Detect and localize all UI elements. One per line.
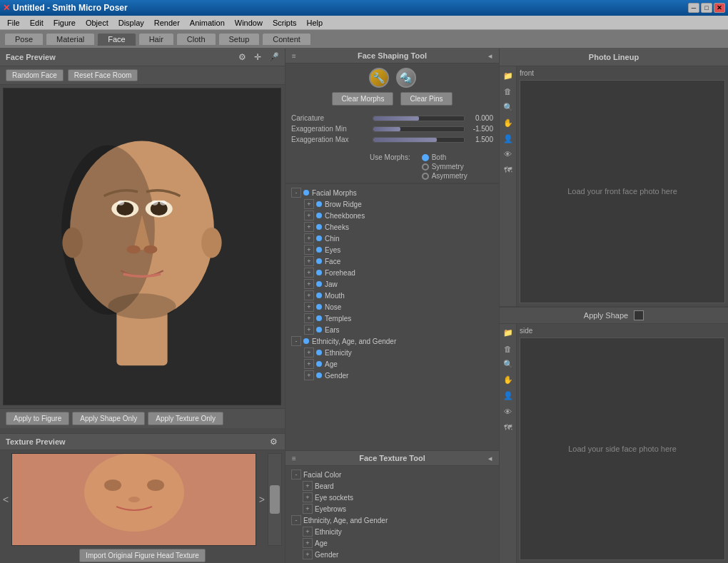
side-face-detect-icon[interactable]: 👁	[502, 405, 515, 418]
tree-ears[interactable]: + Ears	[290, 324, 495, 335]
expand-brow-ridge[interactable]: +	[304, 199, 314, 209]
tree-gender-tex[interactable]: + Gender	[290, 549, 495, 560]
tree-ethnicity[interactable]: + Ethnicity	[290, 347, 495, 358]
texture-settings-icon[interactable]: ⚙	[268, 436, 279, 447]
exag-min-track[interactable]	[373, 126, 465, 132]
tab-setup[interactable]: Setup	[218, 33, 261, 46]
expand-eyebrows[interactable]: +	[303, 504, 313, 514]
texture-canvas[interactable]	[11, 453, 256, 546]
tree-temples[interactable]: + Temples	[290, 313, 495, 324]
tree-eyebrows[interactable]: + Eyebrows	[290, 503, 495, 514]
exag-max-track[interactable]	[373, 137, 465, 143]
import-texture-button[interactable]: Import Original Figure Head Texture	[79, 549, 206, 562]
expand-ethnicity[interactable]: +	[304, 348, 314, 357]
face-texture-tree[interactable]: - Facial Color + Beard + Eye sockets + E…	[285, 466, 499, 563]
expand-nose[interactable]: +	[304, 302, 314, 312]
front-zoom-icon[interactable]: 🔍	[502, 101, 515, 113]
tab-content[interactable]: Content	[262, 33, 311, 46]
tree-ethnicity-root[interactable]: - Ethnicity, Age, and Gender	[290, 335, 495, 347]
expand-jaw[interactable]: +	[304, 279, 314, 289]
tree-forehead[interactable]: + Forehead	[290, 267, 495, 278]
face-3d-canvas[interactable]	[3, 88, 281, 405]
expand-ethnicity-age-gender-tex[interactable]: -	[291, 515, 301, 525]
mic-icon[interactable]: 🎤	[268, 51, 279, 63]
tree-gender[interactable]: + Gender	[290, 370, 495, 381]
tree-brow-ridge[interactable]: + Brow Ridge	[290, 198, 495, 210]
side-zoom-icon[interactable]: 🔍	[502, 358, 515, 371]
apply-shape-checkbox[interactable]	[634, 310, 644, 320]
tree-mouth[interactable]: + Mouth	[290, 290, 495, 301]
side-face-map-icon[interactable]: 🗺	[502, 421, 515, 434]
expand-facial-morphs[interactable]: -	[291, 188, 301, 198]
tree-face[interactable]: + Face	[290, 255, 495, 267]
radio-symmetry-row[interactable]: Symmetry	[422, 163, 467, 171]
ft-collapse[interactable]: ◂	[485, 455, 496, 462]
expand-face[interactable]: +	[304, 256, 314, 266]
side-face-scan-icon[interactable]: 👤	[502, 390, 515, 402]
titlebar-controls[interactable]: ─ □ ✕	[688, 3, 725, 13]
expand-eyes[interactable]: +	[304, 245, 314, 255]
reset-face-room-button[interactable]: Reset Face Room	[68, 69, 138, 81]
maximize-button[interactable]: □	[701, 3, 712, 13]
expand-age[interactable]: +	[304, 359, 314, 369]
texture-left-arrow[interactable]: <	[3, 494, 9, 505]
tree-jaw[interactable]: + Jaw	[290, 278, 495, 290]
menu-figure[interactable]: Figure	[49, 17, 80, 29]
menu-display[interactable]: Display	[114, 17, 148, 29]
radio-both-row[interactable]: Both	[422, 153, 467, 161]
tab-material[interactable]: Material	[46, 33, 95, 46]
expand-cheeks[interactable]: +	[304, 222, 314, 232]
texture-scroll[interactable]	[268, 453, 282, 546]
clear-morphs-button[interactable]: Clear Morphs	[332, 92, 393, 106]
menu-help[interactable]: Help	[303, 17, 328, 29]
expand-cheekbones[interactable]: +	[304, 211, 314, 220]
tree-facial-morphs[interactable]: - Facial Morphs	[290, 187, 495, 198]
expand-temples[interactable]: +	[304, 313, 314, 323]
menu-edit[interactable]: Edit	[26, 17, 48, 29]
tree-ethnicity-age-gender-tex[interactable]: - Ethnicity, Age, and Gender	[290, 514, 495, 526]
morphs-tree[interactable]: - Facial Morphs + Brow Ridge + Cheekbone…	[285, 183, 499, 450]
menu-render[interactable]: Render	[150, 17, 184, 29]
apply-texture-only-button[interactable]: Apply Texture Only	[148, 412, 223, 425]
side-photo-placeholder[interactable]: Load your side face photo here	[520, 338, 725, 561]
front-delete-icon[interactable]: 🗑	[502, 85, 515, 98]
side-delete-icon[interactable]: 🗑	[502, 343, 515, 355]
expand-ethnicity-root[interactable]: -	[291, 336, 301, 346]
side-hand-icon[interactable]: ✋	[502, 374, 515, 387]
expand-chin[interactable]: +	[304, 233, 314, 243]
tree-cheeks[interactable]: + Cheeks	[290, 221, 495, 233]
expand-facial-color[interactable]: -	[291, 470, 301, 480]
tree-chin[interactable]: + Chin	[290, 233, 495, 244]
front-hand-icon[interactable]: ✋	[502, 116, 515, 129]
apply-to-figure-button[interactable]: Apply to Figure	[6, 412, 69, 425]
menu-object[interactable]: Object	[81, 17, 113, 29]
front-photo-placeholder[interactable]: Load your front face photo here	[520, 80, 725, 303]
settings-icon[interactable]: ⚙	[236, 51, 248, 63]
menu-scripts[interactable]: Scripts	[268, 17, 301, 29]
tree-age[interactable]: + Age	[290, 358, 495, 370]
tree-beard[interactable]: + Beard	[290, 480, 495, 492]
menu-file[interactable]: File	[3, 17, 24, 29]
tree-ethnicity-tex[interactable]: + Ethnicity	[290, 526, 495, 537]
face-shaping-tool-1[interactable]: 🔧	[369, 68, 389, 88]
menu-animation[interactable]: Animation	[186, 17, 229, 29]
radio-asymmetry-row[interactable]: Asymmetry	[422, 172, 467, 180]
texture-right-arrow[interactable]: >	[259, 494, 265, 505]
front-face-map-icon[interactable]: 🗺	[502, 163, 515, 176]
tab-pose[interactable]: Pose	[4, 33, 44, 46]
tree-eye-sockets[interactable]: + Eye sockets	[290, 492, 495, 503]
fs-header-collapse[interactable]: ◂	[485, 52, 496, 60]
minimize-button[interactable]: ─	[688, 3, 699, 13]
expand-forehead[interactable]: +	[304, 268, 314, 278]
apply-shape-only-button[interactable]: Apply Shape Only	[72, 412, 145, 425]
front-face-detect-icon[interactable]: 👁	[502, 148, 515, 161]
random-face-button[interactable]: Random Face	[6, 69, 64, 81]
caricature-track[interactable]	[373, 116, 465, 121]
close-button[interactable]: ✕	[714, 3, 725, 13]
expand-ears[interactable]: +	[304, 325, 314, 335]
side-folder-icon[interactable]: 📁	[502, 327, 515, 340]
expand-eye-sockets[interactable]: +	[303, 492, 313, 502]
menu-window[interactable]: Window	[231, 17, 267, 29]
tab-hair[interactable]: Hair	[138, 33, 174, 46]
expand-mouth[interactable]: +	[304, 290, 314, 300]
